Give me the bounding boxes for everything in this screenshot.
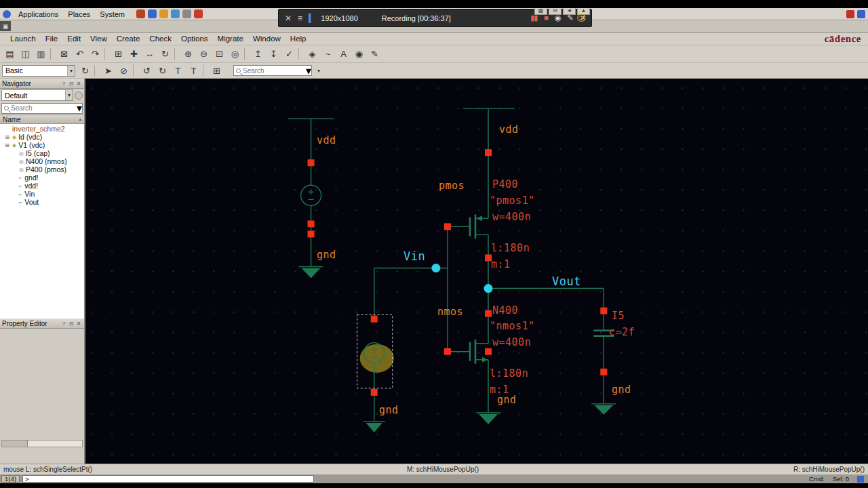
label-nmos-type[interactable]: nmos [437,306,463,318]
label-n-length[interactable]: l:180n [490,367,528,380]
search-input[interactable] [243,67,304,75]
check-save-icon[interactable]: ✓ [281,47,297,61]
menu-item[interactable]: Help [285,35,311,43]
menu-icon[interactable]: ≡ [298,14,302,22]
label-gnd-nmos[interactable]: gnd [497,394,517,406]
grid-icon[interactable]: ⊞ [209,64,224,78]
navigator-search[interactable]: ▾ [1,103,83,114]
browser-launcher-icon[interactable] [148,9,157,18]
separator[interactable] [174,48,179,60]
schematic-canvas[interactable]: vddgndVinpmosP400"pmos1"w=400nl:180nm:1v… [85,79,868,464]
wire-icon[interactable]: ~ [320,47,336,61]
label-vout[interactable]: Vout [552,274,581,288]
note-icon[interactable]: ✎ [367,47,382,61]
label-pmos1[interactable]: "pmos1" [490,195,535,207]
move-icon[interactable]: ✚ [126,47,142,61]
help-icon[interactable]: ? [60,81,67,87]
float-panel-icon[interactable]: ⊡ [68,321,75,327]
label-vin[interactable]: Vin [403,249,425,263]
separator[interactable] [203,65,208,77]
float-panel-icon[interactable]: ⊡ [68,81,75,87]
menu-item[interactable]: Migrate [213,35,248,43]
applications-menu[interactable]: Applications [14,10,63,18]
help-icon[interactable]: ? [60,321,67,327]
navigator-filter-combo[interactable]: Default ▾ [1,89,73,101]
chevron-down-icon[interactable]: ▾ [306,64,311,77]
mode-combo[interactable]: Basic ▾ [2,65,75,77]
bluetooth-tray-icon[interactable] [857,10,865,18]
text-down-icon[interactable]: T [186,64,201,78]
redo-icon[interactable]: ↷ [87,47,103,61]
label-c2f[interactable]: c=2f [609,326,635,338]
close-icon[interactable]: ✕ [75,81,82,87]
nav-item-n400-nmos[interactable]: ◎ N400 (nmos) [0,157,84,165]
menu-item[interactable]: Window [248,35,285,43]
refresh-icon[interactable]: ↻ [77,64,93,78]
deselect-icon[interactable]: ⊘ [116,64,132,78]
close-icon[interactable]: ✕ [75,321,82,327]
navigator-search-input[interactable] [11,104,75,112]
print-icon[interactable]: ▥ [33,47,49,61]
separator[interactable] [104,48,109,60]
separator[interactable] [94,65,99,77]
horizontal-scrollbar[interactable] [1,440,83,447]
copy-icon[interactable]: ⊞ [111,47,126,61]
label-icon[interactable]: A [336,47,351,61]
stop-icon[interactable]: ■ [544,14,548,22]
mail-launcher-icon[interactable] [159,9,168,18]
menu-item[interactable]: Options [176,35,213,43]
search-options-caret[interactable]: ▾ [314,64,323,78]
terminal-launcher-icon[interactable] [182,9,191,18]
undo-icon[interactable]: ↶ [72,47,87,61]
nav-item-i5-cap[interactable]: ◎ I5 (cap) [0,149,84,157]
descend-icon[interactable]: ↧ [266,47,281,61]
label-i5[interactable]: I5 [612,310,625,322]
expander-icon[interactable]: ⊞ [4,134,10,140]
nav-item-p400-pmos[interactable]: ◎ P400 (pmos) [0,165,84,174]
nav-item-id-vdc[interactable]: ⊞ ◈ Id (vdc) [0,133,84,141]
delete-icon[interactable]: ⊠ [56,47,72,61]
label-p-length[interactable]: l:180n [491,242,530,254]
open-icon[interactable]: ▤ [2,47,18,61]
label-n-width[interactable]: w=400n [492,336,531,348]
label-vdd-v1[interactable]: vdd [317,134,336,146]
menu-item[interactable]: Check [144,35,176,43]
ascend-icon[interactable]: ↥ [250,47,266,61]
close-icon[interactable]: ✕ [285,14,292,22]
menu-item[interactable]: Edit [62,35,85,43]
gnome-launcher-icon[interactable] [136,9,145,18]
pause-icon[interactable]: ▮▮ [530,14,537,22]
chevron-down-icon[interactable]: ▾ [77,102,82,115]
label-vdd-pmos[interactable]: vdd [499,123,519,136]
nav-item-gnd[interactable]: ⌐ gnd! [0,174,84,182]
separator[interactable] [244,48,249,60]
places-menu[interactable]: Places [63,10,95,18]
nav-item-vin[interactable]: ⌐ Vin [0,190,84,198]
stretch-icon[interactable]: ↔ [142,47,157,61]
smiley-icon[interactable]: ☺ [574,10,588,24]
draw-icon[interactable]: ✎ [568,14,573,22]
expander-icon[interactable]: ⊞ [4,142,10,148]
instance-icon[interactable]: ◈ [304,47,320,61]
pan-icon[interactable]: ◎ [227,47,243,61]
toolbar-search[interactable]: ▾ [233,65,312,76]
menu-item[interactable]: File [41,35,63,43]
label-gnd-cap[interactable]: gnd [612,384,631,396]
text-up-icon[interactable]: T [170,64,186,78]
pin-icon[interactable]: ◉ [351,47,367,61]
label-n400[interactable]: N400 [492,304,518,317]
command-input[interactable]: > [22,475,314,483]
separator[interactable] [133,65,138,77]
status-mini-icon[interactable] [857,476,864,483]
label-pmos-type[interactable]: pmos [439,180,465,192]
system-menu[interactable]: System [95,10,130,18]
zoom-fit-icon[interactable]: ⊡ [212,47,227,61]
screenshot-icon[interactable]: ◉ [555,14,561,22]
nav-item-vdd[interactable]: ⌐ vdd! [0,182,84,190]
menu-item[interactable]: Create [112,35,145,43]
distro-menu-icon[interactable] [3,10,11,18]
nav-item-v1-vdc[interactable]: ⊞ ◈ V1 (vdc) [0,141,84,149]
nav-item-vout[interactable]: ⌐ Vout [0,198,84,206]
menu-item[interactable]: Launch [5,35,41,43]
label-gnd-vinsrc[interactable]: gnd [379,404,399,416]
